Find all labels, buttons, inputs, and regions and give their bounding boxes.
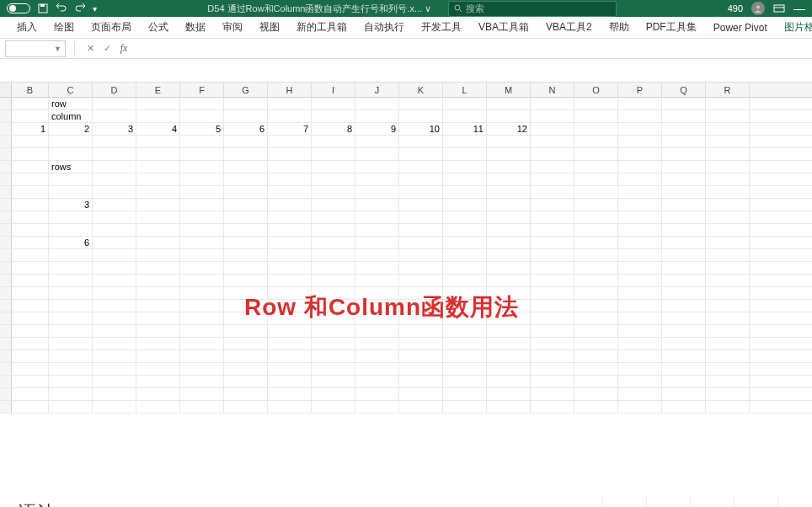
- cell[interactable]: [355, 388, 399, 400]
- cell[interactable]: [312, 186, 355, 198]
- cell[interactable]: [355, 249, 399, 261]
- cell[interactable]: [355, 98, 399, 109]
- row-header[interactable]: [0, 199, 12, 211]
- cell[interactable]: [12, 363, 49, 375]
- cell[interactable]: [136, 110, 180, 122]
- cell[interactable]: [49, 275, 93, 286]
- cell[interactable]: [355, 110, 399, 122]
- cell[interactable]: [268, 148, 312, 160]
- cell[interactable]: [355, 224, 399, 236]
- cell[interactable]: [49, 173, 93, 185]
- cell[interactable]: [355, 401, 399, 413]
- cell[interactable]: [268, 211, 312, 223]
- cell[interactable]: [574, 249, 618, 261]
- cell[interactable]: [49, 350, 93, 362]
- cell[interactable]: [136, 98, 180, 109]
- search-box[interactable]: 搜索: [448, 1, 617, 17]
- cell[interactable]: [12, 148, 49, 160]
- cell[interactable]: [355, 211, 399, 223]
- cell[interactable]: [12, 338, 49, 350]
- cell[interactable]: [12, 376, 49, 387]
- cell[interactable]: [487, 148, 531, 160]
- cell[interactable]: 11: [443, 123, 487, 135]
- cell[interactable]: [706, 376, 750, 387]
- cell[interactable]: [662, 401, 706, 413]
- cell[interactable]: [180, 363, 224, 375]
- cell[interactable]: [706, 224, 750, 236]
- cell[interactable]: rows: [49, 161, 93, 173]
- cell[interactable]: [355, 136, 399, 147]
- cell[interactable]: [136, 338, 180, 350]
- cell[interactable]: [49, 388, 93, 400]
- cell[interactable]: [180, 211, 224, 223]
- cell[interactable]: [93, 249, 136, 261]
- cell[interactable]: [487, 363, 531, 375]
- cell[interactable]: [136, 186, 180, 198]
- col-header[interactable]: M: [487, 83, 531, 97]
- cell[interactable]: [268, 98, 312, 109]
- cell[interactable]: [574, 237, 618, 248]
- col-header[interactable]: F: [180, 83, 224, 97]
- cell[interactable]: [49, 224, 93, 236]
- cell[interactable]: [706, 211, 750, 223]
- cell[interactable]: [531, 224, 574, 236]
- cell[interactable]: [706, 98, 750, 109]
- undo-icon[interactable]: [56, 3, 67, 14]
- cell[interactable]: [268, 325, 312, 337]
- cell[interactable]: [180, 136, 224, 147]
- row-header[interactable]: [0, 287, 12, 299]
- row-header[interactable]: [0, 211, 12, 223]
- cell[interactable]: [618, 376, 662, 387]
- cell[interactable]: [93, 199, 136, 211]
- cell[interactable]: [399, 211, 443, 223]
- cell[interactable]: [93, 338, 136, 350]
- cell[interactable]: [224, 186, 268, 198]
- cell[interactable]: [574, 136, 618, 147]
- cell[interactable]: [12, 186, 49, 198]
- cell[interactable]: [312, 249, 355, 261]
- cell[interactable]: [312, 338, 355, 350]
- tab-data[interactable]: 数据: [177, 17, 214, 38]
- cell[interactable]: [12, 161, 49, 173]
- cell[interactable]: [706, 325, 750, 337]
- cell[interactable]: [93, 237, 136, 248]
- cell[interactable]: [443, 136, 487, 147]
- col-header[interactable]: N: [531, 83, 574, 97]
- formula-input[interactable]: [134, 40, 812, 57]
- cell[interactable]: [531, 262, 574, 274]
- cell[interactable]: [574, 211, 618, 223]
- cell[interactable]: [136, 287, 180, 299]
- cell[interactable]: [312, 98, 355, 109]
- cell[interactable]: [180, 262, 224, 274]
- cell[interactable]: [618, 287, 662, 299]
- cell[interactable]: [136, 275, 180, 286]
- cell[interactable]: [487, 401, 531, 413]
- cell[interactable]: [136, 350, 180, 362]
- minimize-button[interactable]: —: [793, 2, 805, 15]
- cell[interactable]: [662, 110, 706, 122]
- cell[interactable]: [312, 376, 355, 387]
- cell[interactable]: [224, 98, 268, 109]
- cell[interactable]: [180, 388, 224, 400]
- cell[interactable]: 12: [487, 123, 531, 135]
- cell[interactable]: [93, 401, 136, 413]
- col-header[interactable]: Q: [662, 83, 706, 97]
- cell[interactable]: [443, 148, 487, 160]
- cell[interactable]: column: [49, 110, 93, 122]
- cell[interactable]: [574, 262, 618, 274]
- cell[interactable]: [662, 161, 706, 173]
- cell[interactable]: [531, 237, 574, 248]
- cell[interactable]: [574, 98, 618, 109]
- cell[interactable]: [355, 376, 399, 387]
- cell[interactable]: [399, 110, 443, 122]
- cell[interactable]: [706, 287, 750, 299]
- cell[interactable]: [706, 110, 750, 122]
- cell[interactable]: [399, 388, 443, 400]
- cell[interactable]: [268, 388, 312, 400]
- cell[interactable]: [443, 211, 487, 223]
- cell[interactable]: [268, 136, 312, 147]
- cell[interactable]: [662, 338, 706, 350]
- tab-picture-format[interactable]: 图片格式: [776, 17, 812, 38]
- cell[interactable]: [531, 211, 574, 223]
- cell[interactable]: [618, 350, 662, 362]
